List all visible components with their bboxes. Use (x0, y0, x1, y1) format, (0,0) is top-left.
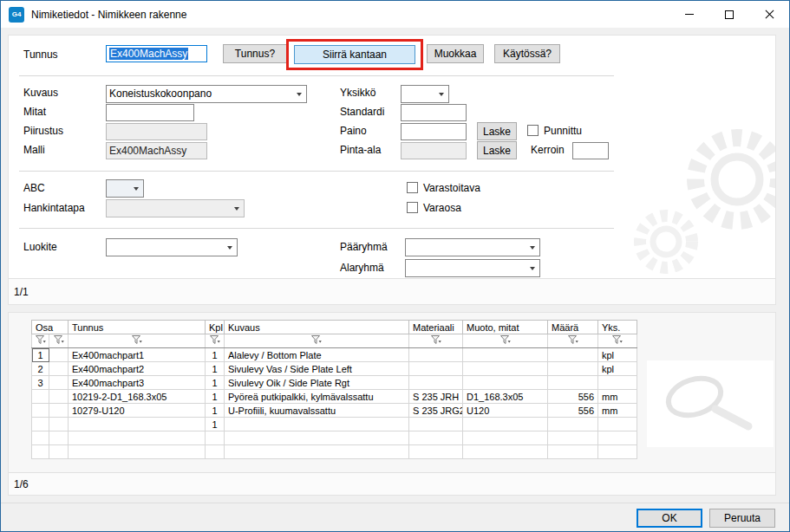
table-cell[interactable]: Pyöreä putkipalkki, kylmävalssattu (225, 390, 409, 404)
ok-button[interactable]: OK (637, 509, 702, 528)
table-cell[interactable] (409, 418, 463, 431)
table-cell[interactable] (409, 362, 463, 376)
yksikko-combobox[interactable] (401, 85, 449, 103)
varastoitava-checkbox[interactable] (407, 182, 418, 193)
table-cell[interactable] (69, 431, 206, 445)
table-cell[interactable]: 3 (32, 376, 49, 390)
table-cell[interactable] (32, 418, 49, 431)
table-cell[interactable] (598, 445, 637, 459)
table-cell[interactable]: Ex400machpart3 (69, 376, 206, 390)
table-cell[interactable] (49, 362, 69, 376)
abc-combobox[interactable] (106, 179, 144, 198)
table-cell[interactable]: Ex400machpart2 (69, 362, 206, 376)
table-cell[interactable]: 2 (32, 362, 49, 376)
table-cell[interactable] (463, 445, 548, 459)
table-cell[interactable]: 1 (206, 348, 225, 362)
kuvaus-combobox[interactable]: Koneistuskokoonpano (106, 85, 307, 103)
table-cell[interactable] (409, 445, 463, 459)
table-cell[interactable] (548, 362, 598, 376)
table-cell[interactable]: Alalevy / Bottom Plate (225, 348, 409, 362)
table-cell[interactable]: Ex400machpart1 (69, 348, 206, 362)
table-cell[interactable]: U120 (463, 404, 548, 418)
table-cell[interactable] (463, 376, 548, 390)
table-cell[interactable] (32, 445, 49, 459)
paaryhma-combobox[interactable] (405, 238, 540, 256)
table-cell[interactable] (225, 445, 409, 459)
table-cell[interactable] (598, 376, 637, 390)
table-row[interactable]: 10279-U1201U-Profiili, kuumavalssattuS 2… (32, 404, 637, 418)
table-cell[interactable]: 1 (206, 362, 225, 376)
table-row[interactable] (32, 445, 637, 459)
table-cell[interactable] (32, 431, 49, 445)
kaytossa-button[interactable]: Käytössä? (494, 44, 560, 63)
table-cell[interactable] (206, 445, 225, 459)
table-cell[interactable] (409, 348, 463, 362)
standardi-input[interactable] (401, 104, 467, 121)
malli-input[interactable]: Ex400MachAssy (106, 142, 207, 159)
maximize-button[interactable] (709, 1, 749, 28)
column-header-maara[interactable]: Määrä (548, 321, 598, 334)
table-cell[interactable] (32, 390, 49, 404)
table-cell[interactable]: S 235 JRH (409, 390, 463, 404)
table-cell[interactable]: 1 (206, 404, 225, 418)
table-cell[interactable] (463, 418, 548, 431)
muokkaa-button[interactable]: Muokkaa (427, 44, 484, 63)
filter-funnel-icon[interactable] (225, 334, 409, 348)
filter-funnel-icon[interactable] (548, 334, 598, 348)
table-cell[interactable] (463, 431, 548, 445)
filter-funnel-icon[interactable] (598, 334, 637, 348)
table-row[interactable]: 1Ex400machpart11Alalevy / Bottom Platekp… (32, 348, 637, 362)
table-cell[interactable] (225, 431, 409, 445)
siirra-kantaan-button[interactable]: Siirrä kantaan (294, 45, 415, 64)
filter-funnel-icon[interactable] (32, 334, 49, 348)
table-cell[interactable]: U-Profiili, kuumavalssattu (225, 404, 409, 418)
table-cell[interactable]: 10219-2-D1_168.3x05 (69, 390, 206, 404)
table-cell[interactable]: Sivulevy Vas / Side Plate Left (225, 362, 409, 376)
table-cell[interactable]: 556 (548, 404, 598, 418)
table-cell[interactable] (548, 376, 598, 390)
table-cell[interactable] (548, 445, 598, 459)
column-header-muoto-mitat[interactable]: Muoto, mitat (463, 321, 548, 334)
table-cell[interactable] (49, 445, 69, 459)
table-cell[interactable] (69, 445, 206, 459)
table-cell[interactable] (69, 418, 206, 431)
column-header-yks[interactable]: Yks. (598, 321, 637, 334)
table-cell[interactable]: 1 (206, 376, 225, 390)
table-cell[interactable] (49, 431, 69, 445)
table-cell[interactable] (409, 376, 463, 390)
laske-paino-button[interactable]: Laske (477, 122, 517, 140)
table-cell[interactable] (463, 348, 548, 362)
cancel-button[interactable]: Peruuta (709, 509, 775, 528)
table-cell[interactable] (49, 404, 69, 418)
table-cell[interactable]: kpl (598, 348, 637, 362)
table-cell[interactable] (548, 418, 598, 431)
varaosa-checkbox[interactable] (407, 202, 418, 213)
column-header-materiaali[interactable]: Materiaali (409, 321, 463, 334)
table-cell[interactable] (548, 348, 598, 362)
table-cell[interactable] (49, 418, 69, 431)
filter-funnel-icon[interactable] (69, 334, 206, 348)
mitat-input[interactable] (106, 104, 194, 121)
table-cell[interactable]: kpl (598, 362, 637, 376)
column-header-kpl[interactable]: Kpl (206, 321, 225, 334)
table-cell[interactable]: 1 (206, 418, 225, 431)
filter-funnel-icon[interactable] (49, 334, 69, 348)
table-row[interactable]: 10219-2-D1_168.3x051Pyöreä putkipalkki, … (32, 390, 637, 404)
table-cell[interactable] (225, 418, 409, 431)
close-button[interactable] (749, 1, 789, 28)
table-cell[interactable] (49, 348, 69, 362)
filter-funnel-icon[interactable] (463, 334, 548, 348)
table-cell[interactable]: 556 (548, 390, 598, 404)
table-cell[interactable]: 10279-U120 (69, 404, 206, 418)
table-cell[interactable] (409, 431, 463, 445)
filter-funnel-icon[interactable] (206, 334, 225, 348)
table-cell[interactable]: Sivulevy Oik / Side Plate Rgt (225, 376, 409, 390)
table-cell[interactable]: 1 (206, 390, 225, 404)
table-cell[interactable] (49, 390, 69, 404)
table-cell[interactable] (598, 431, 637, 445)
table-cell[interactable]: D1_168.3x05 (463, 390, 548, 404)
table-cell[interactable] (463, 362, 548, 376)
tunnus-input[interactable]: Ex400MachAssy (106, 45, 207, 62)
table-cell[interactable]: mm (598, 404, 637, 418)
table-cell[interactable]: mm (598, 390, 637, 404)
